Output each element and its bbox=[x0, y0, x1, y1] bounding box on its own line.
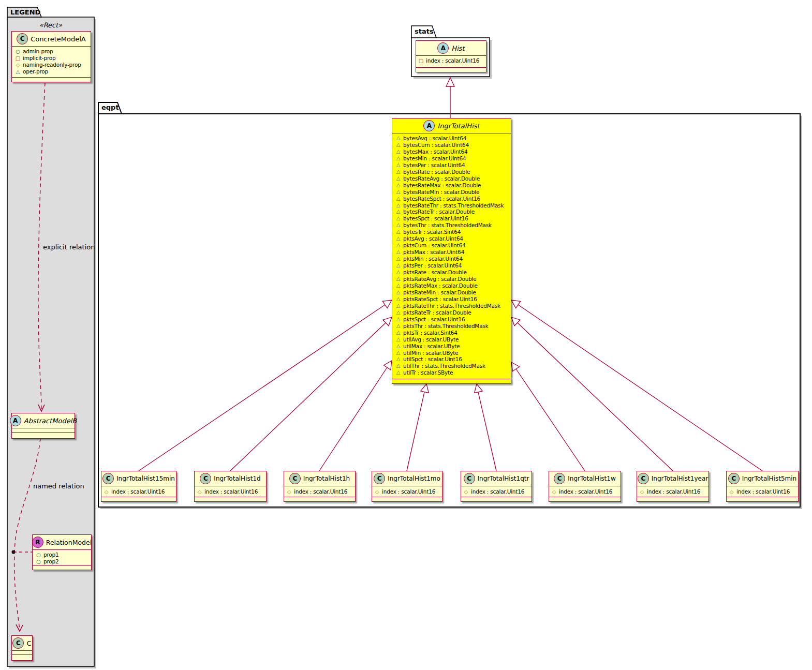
package-triangle-icon: △ bbox=[395, 282, 401, 289]
named-relation-label: named relation bbox=[33, 482, 84, 490]
attribute-row: △ bytesMax : scalar.Uint64 bbox=[395, 148, 508, 155]
attribute-row: △ bytesRateSpct : scalar.Uint16 bbox=[395, 196, 508, 202]
attribute-text: pktsMin : scalar.Uint64 bbox=[403, 256, 463, 262]
attribute-row: △ bytesRateMin : scalar.Double bbox=[395, 189, 508, 196]
package-triangle-icon: △ bbox=[395, 209, 401, 215]
attribute-row: △ bytesRateTr : scalar.Double bbox=[395, 209, 508, 215]
package-triangle-icon: △ bbox=[395, 323, 401, 330]
protected-diamond-icon: ◇ bbox=[104, 488, 109, 495]
attribute-text: utilMax : scalar.UByte bbox=[403, 343, 460, 350]
attribute-row: △ utilMin : scalar.UByte bbox=[395, 350, 508, 356]
uml-class-diagram: AbstractModelB --> C (named, with associ… bbox=[0, 0, 812, 670]
empty-methods-compartment bbox=[637, 497, 708, 501]
class-spot-icon: C bbox=[638, 473, 649, 484]
class-name: AbstractModelB bbox=[24, 417, 77, 425]
class-spot-icon: C bbox=[374, 473, 385, 484]
package-triangle-icon: △ bbox=[395, 336, 401, 343]
attribute-text: pktsSpct : scalar.Uint16 bbox=[403, 316, 465, 323]
attribute-row: ◇ index : scalar.Uint16 bbox=[729, 488, 796, 495]
package-triangle-icon: △ bbox=[395, 249, 401, 256]
package-triangle-icon: △ bbox=[395, 162, 401, 169]
attribute-text: utilSpct : scalar.Uint16 bbox=[403, 356, 462, 363]
package-triangle-icon: △ bbox=[395, 175, 401, 182]
attribute-row: ◇ index : scalar.Uint16 bbox=[197, 488, 264, 495]
package-triangle-icon: △ bbox=[395, 296, 401, 303]
empty-methods-compartment bbox=[372, 497, 442, 501]
attribute-text: index : scalar.Uint16 bbox=[736, 488, 790, 495]
class-header: C IngrTotalHist1w bbox=[549, 471, 621, 486]
empty-methods-compartment bbox=[12, 432, 75, 438]
attribute-text: bytesPer : scalar.Uint64 bbox=[403, 162, 465, 169]
stats-package-label: stats bbox=[415, 27, 434, 35]
class-box-abstractmodelb: A AbstractModelB bbox=[11, 413, 75, 439]
attribute-row: △ utilThr : stats.ThresholdedMask bbox=[395, 363, 508, 369]
attribute-text: index : scalar.Uint16 bbox=[204, 488, 258, 495]
attribute-text: pktsPer : scalar.Uint64 bbox=[403, 262, 462, 269]
empty-fields-compartment bbox=[12, 428, 75, 432]
package-triangle-icon: △ bbox=[395, 155, 401, 162]
attribute-row: ◇ naming-readonly-prop bbox=[15, 62, 87, 68]
class-name: IngrTotalHist1d bbox=[214, 475, 260, 482]
class-spot-icon: C bbox=[728, 473, 740, 484]
class-header: C ConcreteModelA bbox=[12, 32, 91, 47]
protected-diamond-icon: ◇ bbox=[374, 488, 380, 495]
class-spot-icon: C bbox=[289, 473, 301, 484]
class-spot-icon: C bbox=[12, 637, 24, 649]
attribute-list: ◇ index : scalar.Uint16 bbox=[195, 486, 266, 497]
attribute-row: ◇ index : scalar.Uint16 bbox=[551, 488, 618, 495]
package-triangle-icon: △ bbox=[395, 242, 401, 249]
attribute-row: △ bytesRate : scalar.Double bbox=[395, 169, 508, 175]
attribute-list: ○ prop1 ○ prop2 bbox=[33, 550, 91, 565]
empty-methods-compartment bbox=[101, 497, 176, 501]
attribute-text: utilThr : stats.ThresholdedMask bbox=[403, 363, 485, 369]
package-triangle-icon: △ bbox=[395, 222, 401, 229]
attribute-row: ◇ index : scalar.Uint16 bbox=[463, 488, 529, 495]
package-triangle-icon: △ bbox=[395, 235, 401, 242]
package-triangle-icon: △ bbox=[395, 316, 401, 323]
package-triangle-icon: △ bbox=[395, 169, 401, 175]
attribute-row: ○ admin-prop bbox=[15, 48, 87, 55]
attribute-row: △ bytesSpct : scalar.Uint16 bbox=[395, 215, 508, 222]
protected-diamond-icon: ◇ bbox=[286, 488, 292, 495]
attribute-list: △ bytesAvg : scalar.Uint64 △ bytesCum : … bbox=[392, 133, 511, 379]
package-triangle-icon: △ bbox=[395, 309, 401, 316]
class-header: C IngrTotalHist1h bbox=[284, 471, 355, 486]
attribute-text: index : scalar.Uint16 bbox=[294, 488, 347, 495]
attribute-text: utilMin : scalar.UByte bbox=[403, 350, 458, 356]
class-header: C IngrTotalHist1year bbox=[637, 471, 708, 486]
attribute-text: utilTr : scalar.SByte bbox=[403, 369, 453, 376]
attribute-row: △ pktsPer : scalar.Uint64 bbox=[395, 262, 508, 269]
class-box-ingrtotalhist1w: C IngrTotalHist1w ◇ index : scalar.Uint1… bbox=[549, 471, 621, 502]
attribute-text: bytesAvg : scalar.Uint64 bbox=[403, 135, 466, 142]
attribute-list: ◇ index : scalar.Uint16 bbox=[372, 486, 442, 497]
package-triangle-icon: △ bbox=[395, 135, 401, 142]
attribute-text: pktsCum : scalar.Uint64 bbox=[403, 242, 466, 249]
class-spot-icon: C bbox=[102, 473, 114, 484]
attribute-list: ○ admin-prop □ implicit-prop ◇ naming-re… bbox=[12, 47, 91, 77]
attribute-text: bytesThr : stats.ThresholdedMask bbox=[403, 222, 492, 229]
package-triangle-icon: △ bbox=[395, 289, 401, 296]
attribute-text: pktsRateSpct : scalar.Uint16 bbox=[403, 296, 477, 303]
attribute-row: △ bytesThr : stats.ThresholdedMask bbox=[395, 222, 508, 229]
protected-diamond-icon: ◇ bbox=[463, 488, 469, 495]
class-spot-icon: C bbox=[200, 473, 211, 484]
attribute-list: ◇ index : scalar.Uint16 bbox=[727, 486, 798, 497]
attribute-row: △ pktsTr : scalar.Sint64 bbox=[395, 330, 508, 336]
attribute-text: bytesRateMin : scalar.Double bbox=[403, 189, 479, 196]
attribute-row: △ pktsSpct : scalar.Uint16 bbox=[395, 316, 508, 323]
class-box-ingrtotalhist: A IngrTotalHist △ bytesAvg : scalar.Uint… bbox=[392, 118, 511, 384]
attribute-row: □ implicit-prop bbox=[15, 55, 87, 62]
class-name: IngrTotalHist5min bbox=[742, 475, 796, 482]
class-header: C IngrTotalHist15min bbox=[101, 471, 176, 486]
attribute-text: bytesMin : scalar.Uint64 bbox=[403, 155, 466, 162]
attribute-row: △ pktsRate : scalar.Double bbox=[395, 269, 508, 276]
class-spot-icon: C bbox=[17, 33, 28, 44]
class-spot-icon: C bbox=[464, 473, 475, 484]
class-box-concretemodela: C ConcreteModelA ○ admin-prop □ implicit… bbox=[11, 31, 91, 82]
attribute-row: ◇ index : scalar.Uint16 bbox=[104, 488, 174, 495]
package-triangle-icon: △ bbox=[395, 363, 401, 369]
attribute-text: admin-prop bbox=[23, 48, 53, 55]
attribute-list: ◇ index : scalar.Uint16 bbox=[637, 486, 708, 497]
class-header: C IngrTotalHist5min bbox=[727, 471, 798, 486]
attribute-text: pktsThr : stats.ThresholdedMask bbox=[403, 323, 489, 330]
